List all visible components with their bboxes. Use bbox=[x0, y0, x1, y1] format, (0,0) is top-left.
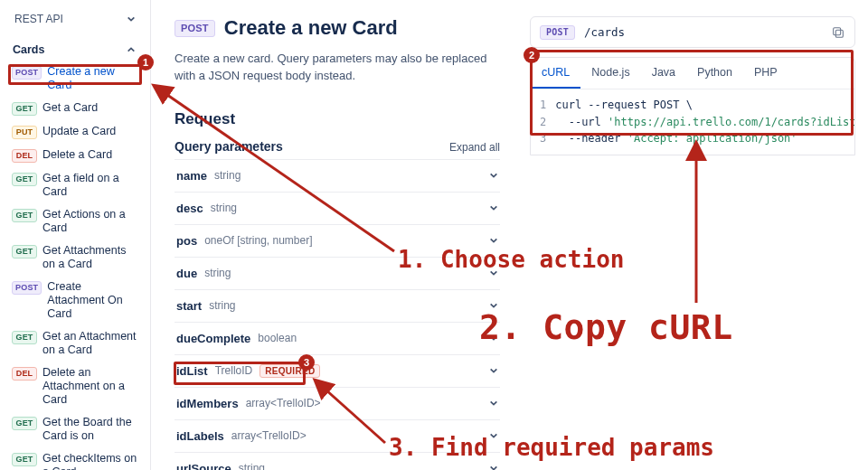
expand-all-link[interactable]: Expand all bbox=[449, 141, 500, 154]
tab-curl[interactable]: cURL bbox=[531, 58, 580, 89]
page-description: Create a new card. Query parameters may … bbox=[175, 51, 500, 85]
svg-rect-1 bbox=[834, 27, 841, 34]
param-name[interactable]: namestring bbox=[175, 159, 500, 192]
param-name: pos bbox=[176, 234, 197, 248]
code-line-3-flag: --header bbox=[555, 132, 627, 145]
code-line-3-header: 'Accept: application/json' bbox=[627, 132, 797, 145]
chevron-down-icon bbox=[489, 171, 498, 180]
method-badge: POST bbox=[12, 66, 42, 80]
method-badge: GET bbox=[12, 453, 37, 466]
param-desc[interactable]: descstring bbox=[175, 192, 500, 224]
sidebar-item-get-attachments-on-a-card[interactable]: GETGet Attachments on a Card bbox=[9, 240, 141, 275]
param-type: boolean bbox=[258, 332, 297, 344]
param-pos[interactable]: posoneOf [string, number] bbox=[175, 224, 500, 257]
chevron-down-icon bbox=[489, 334, 498, 343]
param-dueComplete[interactable]: dueCompleteboolean bbox=[175, 322, 500, 354]
param-start[interactable]: startstring bbox=[175, 289, 500, 322]
method-badge: GET bbox=[12, 102, 37, 116]
sidebar-item-get-actions-on-a-card[interactable]: GETGet Actions on a Card bbox=[9, 204, 141, 239]
title-row: POST Create a new Card bbox=[175, 16, 510, 40]
endpoint-box: POST /cards bbox=[530, 16, 855, 48]
param-name: dueComplete bbox=[176, 332, 250, 345]
sidebar-item-label: Get the Board the Card is on bbox=[42, 416, 138, 443]
code-line-2-url: 'https://api.trello.com/1/cards?idList=5… bbox=[608, 116, 855, 128]
param-type: array<TrelloID> bbox=[246, 397, 321, 409]
method-badge: PUT bbox=[12, 126, 37, 139]
tab-php[interactable]: PHP bbox=[743, 58, 788, 89]
method-badge: DEL bbox=[12, 367, 37, 381]
chevron-down-icon bbox=[489, 236, 498, 245]
param-name: idLabels bbox=[176, 429, 224, 443]
code-panel: cURLNode.jsJavaPythonPHP 1 2 3 curl --re… bbox=[530, 57, 855, 155]
endpoint-method-badge: POST bbox=[540, 25, 575, 40]
sidebar-item-label: Delete an Attachment on a Card bbox=[42, 366, 138, 407]
sidebar-item-delete-a-card[interactable]: DELDelete a Card bbox=[9, 145, 141, 166]
method-badge: POST bbox=[12, 281, 42, 295]
method-badge: GET bbox=[12, 417, 37, 430]
param-type: string bbox=[214, 169, 241, 182]
param-urlSource[interactable]: urlSourcestring bbox=[175, 452, 500, 470]
sidebar-section-label: Cards bbox=[13, 43, 44, 56]
param-type: array<TrelloID> bbox=[231, 429, 307, 442]
tab-java[interactable]: Java bbox=[641, 58, 686, 89]
sidebar: REST API Cards POSTCreate a new CardGETG… bbox=[0, 0, 151, 470]
sidebar-item-create-a-new-card[interactable]: POSTCreate a new Card bbox=[9, 61, 141, 96]
tab-node-js[interactable]: Node.js bbox=[580, 58, 640, 89]
svg-rect-0 bbox=[835, 30, 843, 37]
sidebar-item-label: Get Attachments on a Card bbox=[42, 244, 138, 271]
code-line-2-flag: --url bbox=[555, 116, 608, 128]
param-name: idList bbox=[176, 364, 208, 378]
param-type: string bbox=[239, 462, 265, 470]
method-badge: GET bbox=[12, 331, 37, 344]
param-type: string bbox=[211, 202, 237, 214]
method-badge: GET bbox=[12, 209, 37, 222]
param-due[interactable]: duestring bbox=[175, 257, 500, 289]
param-name: desc bbox=[176, 202, 203, 215]
sidebar-item-delete-an-attachment-on-a-card[interactable]: DELDelete an Attachment on a Card bbox=[9, 362, 141, 410]
sidebar-item-label: Get a Card bbox=[42, 101, 138, 115]
chevron-up-icon bbox=[127, 45, 136, 54]
chevron-down-icon bbox=[489, 431, 498, 440]
code-line-1: curl --request POST \ bbox=[555, 99, 693, 111]
param-type: string bbox=[204, 267, 231, 279]
code-tabs: cURLNode.jsJavaPythonPHP bbox=[531, 58, 854, 89]
param-name: due bbox=[176, 267, 197, 280]
request-section-label: Request bbox=[175, 110, 510, 128]
sidebar-item-get-checkitems-on-a-card[interactable]: GETGet checkItems on a Card bbox=[9, 448, 141, 470]
param-name: urlSource bbox=[176, 462, 231, 470]
sidebar-item-label: Get Actions on a Card bbox=[42, 208, 138, 235]
chevron-down-icon bbox=[127, 14, 136, 24]
sidebar-item-get-a-field-on-a-card[interactable]: GETGet a field on a Card bbox=[9, 168, 141, 202]
code-gutter: 1 2 3 bbox=[540, 97, 555, 147]
params-heading: Query parameters bbox=[175, 139, 283, 154]
chevron-down-icon bbox=[489, 301, 498, 310]
sidebar-item-get-an-attachment-on-a-card[interactable]: GETGet an Attachment on a Card bbox=[9, 326, 141, 361]
method-badge: POST bbox=[175, 20, 215, 37]
sidebar-item-create-attachment-on-card[interactable]: POSTCreate Attachment On Card bbox=[9, 277, 141, 324]
param-type: TrelloID bbox=[215, 364, 253, 377]
copy-icon[interactable] bbox=[831, 25, 845, 40]
sidebar-item-label: Update a Card bbox=[42, 125, 138, 138]
sidebar-item-label: Get an Attachment on a Card bbox=[42, 330, 138, 357]
tab-python[interactable]: Python bbox=[686, 58, 743, 89]
sidebar-top-select[interactable]: REST API bbox=[9, 9, 141, 29]
param-idMembers[interactable]: idMembersarray<TrelloID> bbox=[175, 387, 500, 419]
param-idList[interactable]: idListTrelloIDREQUIRED bbox=[175, 354, 500, 387]
required-badge: REQUIRED bbox=[259, 364, 320, 378]
chevron-down-icon bbox=[489, 268, 498, 277]
sidebar-item-update-a-card[interactable]: PUTUpdate a Card bbox=[9, 121, 141, 143]
param-name: idMembers bbox=[176, 397, 239, 410]
sidebar-item-get-the-board-the-card-is-on[interactable]: GETGet the Board the Card is on bbox=[9, 412, 141, 446]
endpoint-path: /cards bbox=[584, 25, 625, 39]
sidebar-section-cards[interactable]: Cards bbox=[9, 42, 141, 61]
code-block: 1 2 3 curl --request POST \ --url 'https… bbox=[531, 89, 854, 155]
sidebar-item-get-a-card[interactable]: GETGet a Card bbox=[9, 98, 141, 119]
param-type: oneOf [string, number] bbox=[204, 234, 312, 247]
sidebar-item-label: Create Attachment On Card bbox=[47, 280, 138, 321]
param-name: start bbox=[176, 299, 202, 313]
sidebar-item-label: Delete a Card bbox=[42, 148, 138, 162]
param-idLabels[interactable]: idLabelsarray<TrelloID> bbox=[175, 419, 500, 452]
main: POST Create a new Card Create a new card… bbox=[151, 0, 868, 470]
chevron-down-icon bbox=[489, 464, 498, 470]
chevron-down-icon bbox=[489, 399, 498, 408]
